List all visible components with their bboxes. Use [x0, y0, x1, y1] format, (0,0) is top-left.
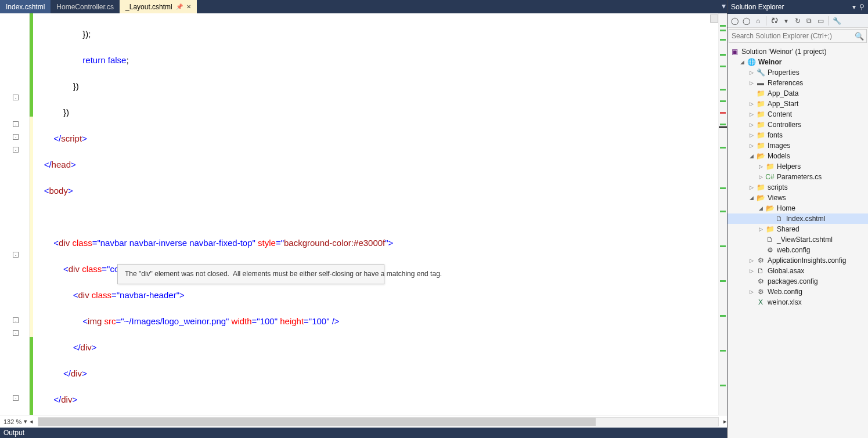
tree-node[interactable]: ▷▬References [727, 78, 868, 88]
tree-node[interactable]: ▷⚙ApplicationInsights.config [727, 255, 868, 266]
tree-node[interactable]: ▷📁Shared [727, 224, 868, 234]
chevron-down-icon[interactable]: ▾ [24, 418, 27, 425]
tree-twisty[interactable]: ▷ [748, 80, 755, 86]
output-panel-header[interactable]: Output [0, 428, 727, 438]
outline-toggle[interactable]: - [13, 121, 19, 127]
tree-node[interactable]: ⚙web.config [727, 245, 868, 255]
tree-label: Properties [768, 68, 799, 77]
properties-icon[interactable]: 🔧 [832, 16, 842, 26]
tree-twisty[interactable]: ▷ [748, 70, 755, 76]
solution-root[interactable]: ▣ Solution 'Weinor' (1 project) [727, 46, 868, 57]
home-icon[interactable]: ⌂ [753, 16, 763, 26]
outline-toggle[interactable]: - [13, 395, 19, 401]
tree-label: weinor.xlsx [768, 298, 802, 306]
tree-twisty[interactable]: ▷ [748, 101, 755, 107]
tree-node[interactable]: ◢📂Home [727, 203, 868, 213]
tab-layout-cshtml[interactable]: _Layout.cshtml 📌 ✕ [120, 0, 197, 13]
showall-icon[interactable]: ▭ [816, 16, 826, 26]
close-icon[interactable]: ✕ [186, 3, 191, 10]
sync-icon[interactable]: 🗘 [769, 16, 779, 26]
tree-twisty[interactable]: ◢ [739, 59, 745, 66]
tree-node[interactable]: ◢🌐Weinor [727, 57, 868, 67]
tree-node[interactable]: ⚙packages.config [727, 276, 868, 287]
solution-tree[interactable]: ▣ Solution 'Weinor' (1 project) ◢🌐Weinor… [727, 44, 868, 438]
tree-twisty[interactable]: ◢ [758, 205, 764, 212]
tree-node[interactable]: ▷📁Helpers [727, 161, 868, 172]
pending-icon[interactable]: ▾ [781, 16, 791, 26]
tree-node[interactable]: 🗋_ViewStart.cshtml [727, 234, 868, 245]
tree-twisty[interactable]: ▷ [748, 111, 755, 118]
tree-twisty[interactable]: ▷ [748, 122, 755, 128]
tree-twisty[interactable]: ◢ [748, 195, 755, 201]
tree-label: Controllers [768, 121, 801, 129]
tab-homecontroller-cs[interactable]: HomeController.cs [51, 0, 120, 13]
tree-node[interactable]: Xweinor.xlsx [727, 297, 868, 307]
tree-node[interactable]: ▷📁Controllers [727, 120, 868, 130]
tree-label: Home [777, 204, 795, 212]
tree-node[interactable]: ▷🔧Properties [727, 67, 868, 78]
outline-toggle[interactable]: - [13, 252, 19, 258]
tree-twisty[interactable]: ▷ [758, 174, 764, 180]
chevron-down-icon[interactable]: ▾ [852, 3, 856, 11]
tree-node[interactable]: ▷📁App_Start [727, 99, 868, 109]
tree-label: packages.config [768, 277, 818, 285]
tree-node[interactable]: 📁App_Data [727, 88, 868, 99]
tree-twisty[interactable] [758, 237, 764, 243]
xls-icon: X [756, 298, 765, 307]
tree-twisty[interactable] [748, 299, 755, 306]
panel-title: Solution Explorer ▾ ⚲ [727, 0, 868, 14]
scroll-left-icon[interactable]: ◂ [30, 418, 33, 425]
outline-toggle[interactable]: - [13, 317, 19, 323]
tree-node[interactable]: ▷📁Images [727, 140, 868, 151]
tree-twisty[interactable]: ◢ [748, 153, 755, 160]
code-editor[interactable]: - - - - - - - - }); return false; [0, 13, 727, 415]
tree-node[interactable]: ▷C#Parameters.cs [727, 172, 868, 182]
outline-toggle[interactable]: - [13, 147, 19, 153]
tree-twisty[interactable]: ▷ [748, 258, 755, 264]
tree-node[interactable]: 🗋Index.cshtml [727, 213, 868, 224]
tree-label: Web.config [768, 288, 802, 296]
tree-twisty[interactable]: ▷ [748, 184, 755, 191]
tree-twisty[interactable] [748, 278, 755, 285]
tree-node[interactable]: ▷🗋Global.asax [727, 266, 868, 276]
back-icon[interactable]: ◯ [730, 16, 740, 26]
tree-node[interactable]: ▷📁fonts [727, 130, 868, 140]
scroll-minimap[interactable] [718, 13, 727, 415]
outlining-margin[interactable]: - - - - - - - - [10, 13, 30, 415]
collapse-icon[interactable]: ⧉ [804, 16, 814, 26]
tree-node[interactable]: ▷📁Content [727, 109, 868, 120]
tree-twisty[interactable]: ▷ [748, 143, 755, 149]
tree-twisty[interactable] [767, 216, 773, 222]
solution-search[interactable]: 🔍 [729, 29, 867, 43]
zoom-level[interactable]: 132 % [3, 418, 21, 425]
tab-index-cshtml[interactable]: Index.cshtml [0, 0, 51, 13]
file-icon: 🗋 [765, 235, 775, 244]
outline-toggle[interactable]: - [13, 134, 19, 140]
pin-icon[interactable]: ⚲ [859, 3, 865, 11]
tab-overflow-icon[interactable]: ▾ [722, 1, 726, 10]
tree-twisty[interactable]: ▷ [748, 132, 755, 139]
pin-icon[interactable]: 📌 [176, 3, 183, 10]
refresh-icon[interactable]: ↻ [793, 16, 802, 26]
code-area[interactable]: }); return false; }) }) </script> </head… [34, 13, 718, 415]
tree-twisty[interactable]: ▷ [758, 164, 764, 170]
tree-node[interactable]: ▷📁scripts [727, 182, 868, 193]
forward-icon[interactable]: ◯ [741, 16, 751, 26]
tree-twisty[interactable]: ▷ [758, 226, 764, 233]
tree-twisty[interactable] [748, 91, 755, 97]
tree-node[interactable]: ◢📂Models [727, 151, 868, 161]
folder-icon: 📁 [756, 110, 765, 119]
outline-toggle[interactable]: - [13, 95, 19, 100]
split-icon[interactable] [710, 15, 718, 23]
search-input[interactable] [732, 32, 855, 40]
search-icon[interactable]: 🔍 [855, 32, 864, 41]
tree-node[interactable]: ▷⚙Web.config [727, 287, 868, 297]
tree-twisty[interactable]: ▷ [748, 268, 755, 274]
tree-twisty[interactable] [758, 247, 764, 254]
cfg-icon: ⚙ [765, 245, 775, 255]
horizontal-scrollbar[interactable] [38, 417, 719, 426]
tree-node[interactable]: ◢📂Views [727, 193, 868, 203]
cs-icon: C# [765, 172, 775, 182]
outline-toggle[interactable]: - [13, 330, 19, 336]
tree-twisty[interactable]: ▷ [748, 289, 755, 295]
